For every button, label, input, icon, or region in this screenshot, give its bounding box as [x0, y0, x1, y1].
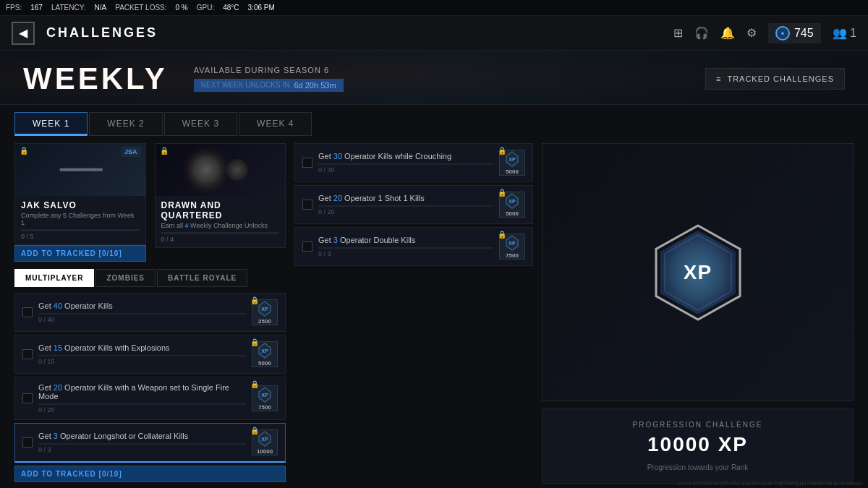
right-panel: XP PROGRESSION CHALLENGE 10000 XP Progre… — [542, 143, 854, 484]
tab-battle-royale[interactable]: BATTLE ROYALE — [157, 269, 247, 287]
jak-progress-bar — [21, 229, 140, 231]
drawn-progress-text: 0 / 4 — [161, 236, 280, 243]
drawn-desc-pre: Earn all — [161, 222, 185, 229]
currency-icon: ● — [775, 26, 790, 40]
nav-bar: ◀ CHALLENGES ⊞ 🎧 🔔 ⚙ ● 745 👥 1 — [0, 16, 868, 51]
xp-hex-container: XP — [542, 143, 854, 401]
gear-icon[interactable]: ⚙ — [746, 26, 757, 40]
challenge-progress-bar-0 — [38, 313, 246, 314]
challenge-lock-3: 🔒 — [250, 427, 259, 435]
challenge-checkbox-0[interactable] — [22, 307, 33, 317]
right-challenge-checkbox-2[interactable] — [302, 241, 312, 252]
challenge-desc-0: Get 40 Operator Kills — [38, 301, 246, 310]
drawn-card-body: DRAWN AND QUARTERED Earn all 4 Weekly Ch… — [156, 196, 286, 247]
challenge-progress-text-0: 0 / 40 — [38, 316, 246, 323]
challenge-info-2: Get 20 Operator Kills with a Weapon set … — [38, 383, 246, 414]
right-challenge-1[interactable]: Get 20 Operator 1 Shot 1 Kills 0 / 20 🔒 … — [294, 185, 533, 224]
right-challenge-info-0: Get 30 Operator Kills while Crouching 0 … — [318, 152, 493, 174]
challenge-checkbox-2[interactable] — [22, 393, 33, 403]
tracked-label: TRACKED CHALLENGES — [727, 74, 834, 83]
jak-salvo-card[interactable]: 🔒 JSA ━━━━━ JAK SALVO Complete any 5 Cha… — [14, 143, 146, 262]
jak-salvo-reward[interactable]: 🔒 JSA ━━━━━ JAK SALVO Complete any 5 Cha… — [14, 143, 146, 245]
latency-label: LATENCY: — [51, 4, 86, 12]
fps-label: FPS: — [6, 4, 22, 12]
light-orb2 — [226, 159, 248, 181]
add-tracked-bottom-button[interactable]: ADD TO TRACKED [0/10] — [14, 466, 286, 482]
right-challenge-progress-bar-0 — [318, 163, 493, 165]
left-challenge-2[interactable]: Get 20 Operator Kills with a Weapon set … — [14, 377, 286, 420]
right-challenge-progress-text-2: 0 / 3 — [318, 250, 493, 257]
svg-text:XP: XP — [509, 199, 516, 204]
left-challenge-3[interactable]: Get 3 Operator Longshot or Collateral Ki… — [14, 423, 286, 463]
mode-tabs: MULTIPLAYER ZOMBIES BATTLE ROYALE — [14, 269, 286, 287]
packet-label: PACKET LOSS: — [115, 4, 166, 12]
challenge-desc-2: Get 20 Operator Kills with a Weapon set … — [38, 383, 246, 401]
xp-value-2: 7500 — [258, 404, 271, 411]
challenge-progress-text-2: 0 / 20 — [38, 406, 246, 414]
friends-icon[interactable]: 👥 1 — [833, 26, 856, 40]
drawn-image-bg — [156, 144, 286, 196]
drawn-quartered-reward[interactable]: 🔒 DRAWN AND QUARTERED Earn all 4 Weekly … — [155, 143, 286, 248]
challenge-lock-0: 🔒 — [250, 296, 259, 304]
xp-icon-text: XP — [684, 261, 712, 284]
right-xp-value-1: 5000 — [506, 210, 519, 217]
xp-badge-2: XP 7500 — [252, 385, 278, 411]
tab-week2[interactable]: WEEK 2 — [89, 112, 162, 136]
latency-value: N/A — [95, 4, 107, 12]
drawn-desc-post: Weekly Challenge Unlocks — [189, 222, 268, 229]
right-challenge-desc-0: Get 30 Operator Kills while Crouching — [318, 152, 493, 160]
hexagon: XP — [647, 222, 749, 323]
right-challenge-progress-text-1: 0 / 20 — [318, 208, 493, 215]
right-challenge-0[interactable]: Get 30 Operator Kills while Crouching 0 … — [294, 143, 533, 182]
challenge-progress-bar-2 — [38, 403, 246, 405]
right-challenge-2[interactable]: Get 3 Operator Double Kills 0 / 3 🔒 XP 7… — [294, 227, 533, 266]
tab-week3[interactable]: WEEK 3 — [164, 112, 237, 136]
jak-salvo-image: 🔒 JSA ━━━━━ — [15, 144, 145, 196]
bell-icon[interactable]: 🔔 — [720, 26, 735, 40]
right-challenge-progress-bar-2 — [318, 247, 493, 249]
unlock-badge: NEXT WEEK UNLOCKS IN 6d 20h 53m — [194, 79, 344, 92]
tracked-challenges-button[interactable]: ≡ TRACKED CHALLENGES — [705, 68, 845, 90]
headset-icon[interactable]: 🎧 — [694, 26, 709, 40]
fps-value: 167 — [30, 4, 43, 12]
available-text: AVAILABLE DURING SEASON 6 — [194, 66, 344, 74]
jak-lock-icon: 🔒 — [20, 147, 28, 155]
left-challenge-1[interactable]: Get 15 Operator Kills with Explosions 0 … — [14, 335, 286, 374]
xp-hexagon-area: XP — [647, 222, 749, 323]
grid-icon[interactable]: ⊞ — [673, 26, 683, 40]
svg-text:XP: XP — [261, 307, 268, 312]
right-challenge-progress-text-0: 0 / 30 — [318, 166, 493, 174]
challenge-checkbox-1[interactable] — [22, 349, 33, 359]
challenge-progress-bar-3 — [38, 443, 246, 445]
right-challenge-checkbox-0[interactable] — [302, 158, 312, 168]
svg-text:XP: XP — [509, 157, 516, 162]
packet-value: 0 % — [176, 4, 188, 12]
challenge-desc-3: Get 3 Operator Longshot or Collateral Ki… — [38, 432, 246, 440]
jak-desc-pre: Complete any — [21, 212, 63, 219]
back-icon: ◀ — [19, 26, 27, 40]
right-challenge-progress-bar-1 — [318, 205, 493, 207]
xp-icon-svg-2: XP — [256, 386, 273, 403]
tab-week4[interactable]: WEEK 4 — [239, 112, 312, 136]
drawn-quartered-card[interactable]: 🔒 DRAWN AND QUARTERED Earn all 4 Weekly … — [155, 143, 286, 262]
drawn-image: 🔒 — [156, 144, 286, 196]
tab-week1[interactable]: WEEK 1 — [14, 112, 88, 136]
tab-multiplayer[interactable]: MULTIPLAYER — [14, 269, 94, 287]
left-challenge-0[interactable]: Get 40 Operator Kills 0 / 40 🔒 XP 2500 — [14, 293, 286, 332]
weekly-title: WEEKLY — [23, 64, 168, 94]
add-tracked-jak-button[interactable]: ADD TO TRACKED [0/10] — [14, 245, 146, 262]
right-challenge-checkbox-1[interactable] — [302, 200, 312, 210]
back-button[interactable]: ◀ — [12, 22, 35, 45]
xp-value-1: 5000 — [258, 360, 271, 367]
challenge-checkbox-3[interactable] — [22, 437, 33, 448]
currency-badge: ● 745 — [768, 23, 821, 43]
right-challenge-info-1: Get 20 Operator 1 Shot 1 Kills 0 / 20 — [318, 194, 493, 215]
challenge-progress-bar-1 — [38, 355, 246, 356]
jak-badge: JSA — [121, 147, 141, 157]
challenge-progress-text-3: 0 / 3 — [38, 446, 246, 453]
tab-zombies[interactable]: ZOMBIES — [95, 269, 156, 287]
challenge-info-1: Get 15 Operator Kills with Explosions 0 … — [38, 343, 246, 365]
right-challenge-info-2: Get 3 Operator Double Kills 0 / 3 — [318, 236, 493, 257]
left-challenges-list: Get 40 Operator Kills 0 / 40 🔒 XP 2500 G… — [14, 293, 286, 482]
rewards-row: 🔒 JSA ━━━━━ JAK SALVO Complete any 5 Cha… — [14, 143, 286, 262]
